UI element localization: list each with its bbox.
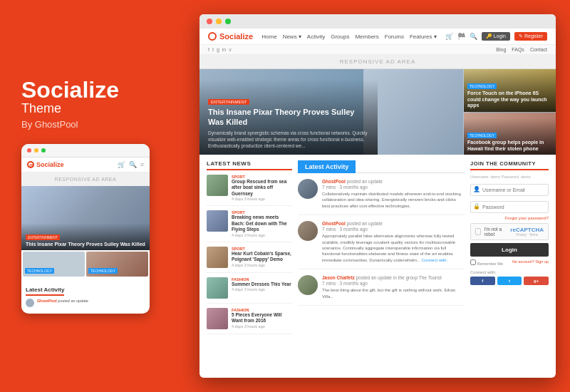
activity-text-1: Collaboratively maintain distributed mod… [322,191,465,209]
browser-mockup: Socialize Home News ▾ Activity Groups Me… [200,14,556,378]
brand-by: By GhostPool [21,119,178,130]
news-date-2: 4 days 3 hours ago [232,233,292,237]
browser-dot-yellow [216,19,222,24]
remember-me-checkbox[interactable] [470,259,476,265]
faqs-link[interactable]: FAQs [512,47,524,52]
login-submit-button[interactable]: Login [470,243,549,257]
news-title-1[interactable]: Group Rescued from sea after boat sinks … [232,179,292,197]
cart-icon[interactable]: 🛒 [445,33,453,40]
activity-body-3: Jason Chalfetz posted an update in the g… [322,275,465,299]
mobile-tech-tag-2: TECHNOLOGY [88,268,118,274]
hero-desc: Dynamically brand synergistic schemas vi… [208,130,369,149]
activity-item-1: GhostPool posted an update 7 mins · 3 mo… [298,179,465,215]
activity-time-3: 7 mins · 3 months ago [322,281,465,286]
news-item-4: FASHION Summer Dresses This Year 4 days … [207,277,292,304]
demo-credentials: Username: demo Password: demo [470,175,549,179]
menu-icon[interactable]: ≡ [140,161,144,168]
news-title-4[interactable]: Summer Dresses This Year [232,282,291,287]
user-icon: 👤 [474,186,480,192]
captcha-label: I'm not a robot [484,227,507,237]
vimeo-icon[interactable]: v [229,47,232,52]
social-connect-buttons: f t g+ [470,277,549,285]
contact-link[interactable]: Contact [530,47,547,52]
captcha-box: I'm not a robot reCAPTCHA Privacy · Term… [470,223,549,240]
hero-title: This Insane Pixar Theory Proves Sulley W… [208,107,369,128]
brand-title: Socialize [21,78,178,101]
googleplus-connect-button[interactable]: g+ [524,277,549,285]
remember-me-label: Remember Me [470,259,503,266]
ad-area: RESPONSIVE AD AREA [200,55,556,69]
activity-column: Latest Activity GhostPool posted an upda… [298,160,465,378]
mobile-logo-icon: ◎ [27,161,34,168]
nav-forums[interactable]: Forums [385,33,404,40]
nav-members[interactable]: Members [355,33,378,40]
activity-time-2: 7 mins · 3 months ago [322,227,465,232]
forgot-password-link[interactable]: Forgot your password? [470,216,549,220]
username-field-wrapper: 👤 [470,182,549,196]
twitter-icon[interactable]: t [212,47,214,52]
activity-meta-2: GhostPool posted an update 7 mins · 3 mo… [322,221,465,232]
search-icon[interactable]: 🔍 [129,161,137,168]
no-account-link[interactable]: No account? Sign up [512,259,549,266]
flag-icon[interactable]: 🏁 [457,33,465,40]
nav-features[interactable]: Features ▾ [410,33,437,40]
hero-overlay: ENTERTAINMENT This Insane Pixar Theory P… [200,79,378,155]
googleplus-icon[interactable]: g [217,47,219,52]
social-links: f t g in v [208,47,232,52]
news-item-1: SPORT Group Rescued from sea after boat … [207,175,292,206]
blog-link[interactable]: Blog [496,47,506,52]
news-title-3[interactable]: Hear Kurt Cobain's Sparse, Poignant 'Sap… [232,251,292,263]
main-content: LATEST NEWS SPORT Group Rescued from sea… [200,155,556,378]
facebook-connect-button[interactable]: f [470,277,495,285]
facebook-icon[interactable]: f [208,47,209,52]
search-icon-header[interactable]: 🔍 [470,33,477,40]
news-info-1: SPORT Group Rescued from sea after boat … [232,175,292,201]
username-input[interactable] [470,184,549,196]
hero-card-2: TECHNOLOGY Facebook group helps people i… [463,113,556,155]
activity-item-3: Jason Chalfetz posted an update in the g… [298,275,465,306]
site-logo-icon [208,32,217,41]
register-button[interactable]: ✎ Register [514,32,547,41]
news-item-5: FASHION 5 Pieces Everyone Will Want from… [207,308,292,334]
mobile-small-card-1-overlay: TECHNOLOGY [23,261,85,277]
nav-home[interactable]: Home [261,33,276,40]
news-thumb-2 [207,210,228,232]
brand-subtitle: Theme [21,101,178,116]
cart-icon[interactable]: 🛒 [118,161,125,168]
news-info-3: SPORT Hear Kurt Cobain's Sparse, Poignan… [232,247,292,268]
news-title-5[interactable]: 5 Pieces Everyone Will Want from 2016 [232,312,292,324]
password-field-wrapper: 🔒 [470,199,549,213]
instagram-icon[interactable]: in [222,47,226,52]
login-options: Remember Me No account? Sign up [470,259,549,266]
hero-card-1-title: Force Touch on the iPhone 6S could chang… [467,91,552,108]
read-more-link[interactable]: Connect with: [422,258,447,262]
mobile-activity-title: Latest Activity [26,287,64,296]
captcha-logo: reCAPTCHA Privacy · Terms [510,227,544,237]
activity-body-1: GhostPool posted an update 7 mins · 3 mo… [322,179,465,209]
news-thumb-4 [207,277,228,299]
captcha-checkbox[interactable] [475,228,481,235]
mobile-icons: 🛒 🔍 ≡ [118,161,144,168]
nav-activity[interactable]: Activity [307,33,325,40]
activity-body-2: GhostPool posted an update 7 mins · 3 mo… [322,221,465,263]
nav-groups[interactable]: Groups [331,33,349,40]
mobile-logo: ◎ Socialize [27,161,64,168]
mobile-dot-green [41,148,46,153]
twitter-connect-button[interactable]: t [497,277,522,285]
password-input[interactable] [470,201,549,213]
lock-icon: 🔒 [474,203,480,209]
secondary-nav: Blog FAQs Contact [496,47,547,52]
login-button[interactable]: 🔑 Login [482,32,510,41]
mobile-hero-tag: ENTERTAINMENT [26,234,60,240]
nav-news[interactable]: News ▾ [283,33,301,40]
left-panel: Socialize Theme By GhostPool ◎ Socialize… [14,78,178,314]
mobile-small-card-1: TECHNOLOGY [23,252,85,277]
connect-label: Connect with: [470,270,549,274]
activity-time-1: 7 mins · 3 months ago [322,185,465,190]
news-title-2[interactable]: Breaking news meets Bach: Get down with … [232,215,292,232]
site-header: Socialize Home News ▾ Activity Groups Me… [200,29,556,45]
mobile-activity-item: GhostPool posted an update [26,299,145,307]
news-info-2: SPORT Breaking news meets Bach: Get down… [232,210,292,237]
hero-card-2-tag: TECHNOLOGY [467,133,497,138]
mobile-dot-yellow [34,148,38,153]
